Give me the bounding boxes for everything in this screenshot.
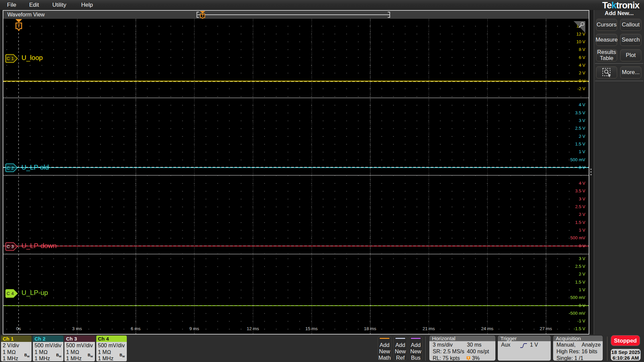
svg-text:T: T [17,23,20,28]
svg-text:T: T [468,356,470,360]
svg-text:T: T [202,14,204,18]
